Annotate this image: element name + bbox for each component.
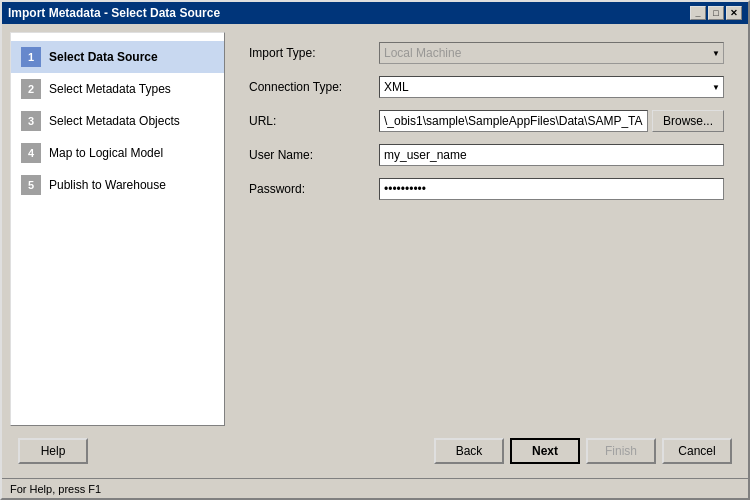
connection-type-wrapper: XML ▼ xyxy=(379,76,724,98)
step-3-label: Select Metadata Objects xyxy=(49,114,180,128)
form-area: Import Type: Local Machine ▼ Connection … xyxy=(233,32,740,426)
step-5-num: 5 xyxy=(21,175,41,195)
connection-type-row: Connection Type: XML ▼ xyxy=(249,76,724,98)
browse-button[interactable]: Browse... xyxy=(652,110,724,132)
bottom-bar: Help Back Next Finish Cancel xyxy=(10,432,740,470)
import-type-row: Import Type: Local Machine ▼ xyxy=(249,42,724,64)
url-input[interactable] xyxy=(379,110,648,132)
step-4-label: Map to Logical Model xyxy=(49,146,163,160)
url-row: URL: Browse... xyxy=(249,110,724,132)
dialog-content: 1 Select Data Source 2 Select Metadata T… xyxy=(2,24,748,478)
username-label: User Name: xyxy=(249,148,379,162)
step-5[interactable]: 5 Publish to Warehouse xyxy=(11,169,224,201)
password-control xyxy=(379,178,724,200)
maximize-button[interactable]: □ xyxy=(708,6,724,20)
step-1-num: 1 xyxy=(21,47,41,67)
password-input[interactable] xyxy=(379,178,724,200)
step-2[interactable]: 2 Select Metadata Types xyxy=(11,73,224,105)
step-3[interactable]: 3 Select Metadata Objects xyxy=(11,105,224,137)
username-input[interactable] xyxy=(379,144,724,166)
finish-button[interactable]: Finish xyxy=(586,438,656,464)
window-title: Import Metadata - Select Data Source xyxy=(8,6,220,20)
step-2-num: 2 xyxy=(21,79,41,99)
close-button[interactable]: ✕ xyxy=(726,6,742,20)
import-type-select[interactable]: Local Machine xyxy=(379,42,724,64)
step-5-label: Publish to Warehouse xyxy=(49,178,166,192)
import-type-label: Import Type: xyxy=(249,46,379,60)
back-button[interactable]: Back xyxy=(434,438,504,464)
minimize-button[interactable]: _ xyxy=(690,6,706,20)
step-4-num: 4 xyxy=(21,143,41,163)
connection-type-control: XML ▼ xyxy=(379,76,724,98)
bottom-right: Back Next Finish Cancel xyxy=(434,438,732,464)
title-bar: Import Metadata - Select Data Source _ □… xyxy=(2,2,748,24)
url-label: URL: xyxy=(249,114,379,128)
step-3-num: 3 xyxy=(21,111,41,131)
next-button[interactable]: Next xyxy=(510,438,580,464)
bottom-left: Help xyxy=(18,438,88,464)
connection-type-label: Connection Type: xyxy=(249,80,379,94)
cancel-button[interactable]: Cancel xyxy=(662,438,732,464)
import-type-wrapper: Local Machine ▼ xyxy=(379,42,724,64)
main-area: 1 Select Data Source 2 Select Metadata T… xyxy=(10,32,740,426)
step-4[interactable]: 4 Map to Logical Model xyxy=(11,137,224,169)
password-row: Password: xyxy=(249,178,724,200)
url-control: Browse... xyxy=(379,110,724,132)
username-control xyxy=(379,144,724,166)
step-1[interactable]: 1 Select Data Source xyxy=(11,41,224,73)
connection-type-select[interactable]: XML xyxy=(379,76,724,98)
username-row: User Name: xyxy=(249,144,724,166)
password-label: Password: xyxy=(249,182,379,196)
step-2-label: Select Metadata Types xyxy=(49,82,171,96)
import-type-control: Local Machine ▼ xyxy=(379,42,724,64)
status-text: For Help, press F1 xyxy=(10,483,101,495)
step-1-label: Select Data Source xyxy=(49,50,158,64)
help-button[interactable]: Help xyxy=(18,438,88,464)
status-bar: For Help, press F1 xyxy=(2,478,748,498)
title-bar-buttons: _ □ ✕ xyxy=(690,6,742,20)
window: Import Metadata - Select Data Source _ □… xyxy=(0,0,750,500)
sidebar: 1 Select Data Source 2 Select Metadata T… xyxy=(10,32,225,426)
